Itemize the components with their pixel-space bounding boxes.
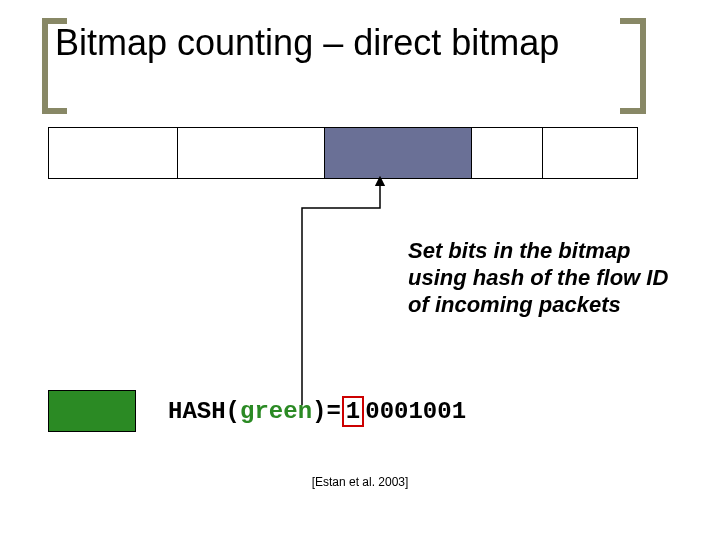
page-title: Bitmap counting – direct bitmap xyxy=(55,22,645,63)
page-title-container: Bitmap counting – direct bitmap xyxy=(55,22,645,63)
hash-argument: green xyxy=(240,398,312,425)
hash-mid: )= xyxy=(312,398,341,425)
citation: [Estan et al. 2003] xyxy=(0,475,720,489)
packet-color-swatch xyxy=(48,390,136,432)
title-bracket-left xyxy=(42,108,67,114)
bitmap-row xyxy=(48,127,638,179)
hash-expression: HASH(green)=10001001 xyxy=(48,390,466,432)
bitmap-cell xyxy=(49,128,178,178)
bitmap-cell xyxy=(543,128,637,178)
title-bracket-right xyxy=(620,108,645,114)
hash-remaining-bits: 0001001 xyxy=(365,398,466,425)
hash-prefix: HASH( xyxy=(168,398,240,425)
hash-first-bit: 1 xyxy=(342,396,364,427)
title-bracket-left xyxy=(42,18,48,114)
explanation-text: Set bits in the bitmap using hash of the… xyxy=(408,238,688,318)
bitmap-cell xyxy=(472,128,543,178)
bitmap-cell xyxy=(178,128,325,178)
bitmap-cell xyxy=(325,128,472,178)
